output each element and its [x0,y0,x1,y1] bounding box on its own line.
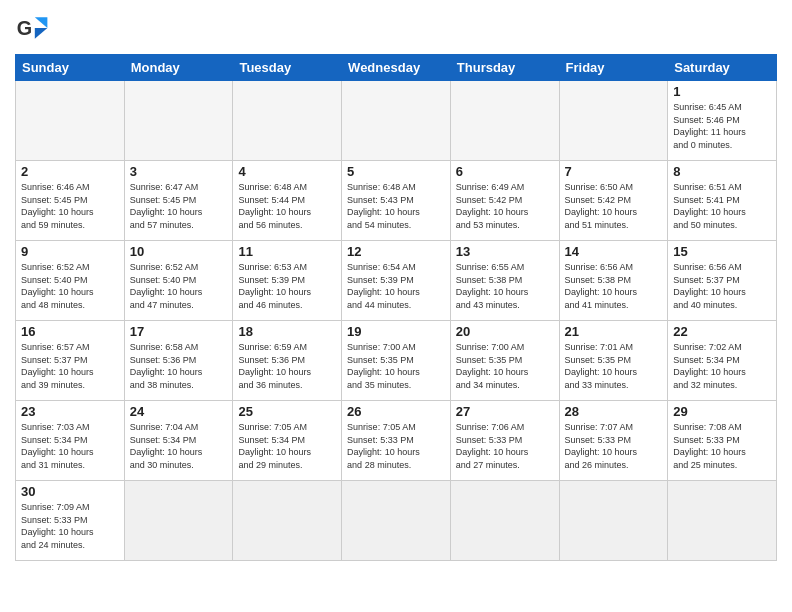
day-info: Sunrise: 6:58 AM Sunset: 5:36 PM Dayligh… [130,341,228,391]
day-number: 14 [565,244,663,259]
day-number: 25 [238,404,336,419]
svg-marker-2 [35,28,48,39]
day-info: Sunrise: 7:04 AM Sunset: 5:34 PM Dayligh… [130,421,228,471]
day-number: 5 [347,164,445,179]
calendar-cell: 23Sunrise: 7:03 AM Sunset: 5:34 PM Dayli… [16,401,125,481]
calendar-cell: 27Sunrise: 7:06 AM Sunset: 5:33 PM Dayli… [450,401,559,481]
day-info: Sunrise: 7:05 AM Sunset: 5:34 PM Dayligh… [238,421,336,471]
day-number: 7 [565,164,663,179]
col-header-wednesday: Wednesday [342,55,451,81]
calendar-cell: 11Sunrise: 6:53 AM Sunset: 5:39 PM Dayli… [233,241,342,321]
calendar-cell [342,481,451,561]
col-header-friday: Friday [559,55,668,81]
day-number: 15 [673,244,771,259]
calendar-cell [124,481,233,561]
day-number: 17 [130,324,228,339]
logo: G [15,10,55,46]
calendar-cell [233,481,342,561]
calendar-cell: 6Sunrise: 6:49 AM Sunset: 5:42 PM Daylig… [450,161,559,241]
day-info: Sunrise: 6:56 AM Sunset: 5:38 PM Dayligh… [565,261,663,311]
day-number: 28 [565,404,663,419]
calendar-cell: 19Sunrise: 7:00 AM Sunset: 5:35 PM Dayli… [342,321,451,401]
day-number: 12 [347,244,445,259]
calendar-cell: 10Sunrise: 6:52 AM Sunset: 5:40 PM Dayli… [124,241,233,321]
logo-icon: G [15,10,51,46]
day-info: Sunrise: 6:52 AM Sunset: 5:40 PM Dayligh… [130,261,228,311]
day-info: Sunrise: 6:48 AM Sunset: 5:43 PM Dayligh… [347,181,445,231]
calendar-cell [342,81,451,161]
day-number: 23 [21,404,119,419]
day-info: Sunrise: 6:51 AM Sunset: 5:41 PM Dayligh… [673,181,771,231]
calendar-cell: 20Sunrise: 7:00 AM Sunset: 5:35 PM Dayli… [450,321,559,401]
day-info: Sunrise: 6:55 AM Sunset: 5:38 PM Dayligh… [456,261,554,311]
day-info: Sunrise: 7:02 AM Sunset: 5:34 PM Dayligh… [673,341,771,391]
day-number: 2 [21,164,119,179]
day-info: Sunrise: 7:00 AM Sunset: 5:35 PM Dayligh… [347,341,445,391]
calendar-cell [233,81,342,161]
calendar-week-0: 1Sunrise: 6:45 AM Sunset: 5:46 PM Daylig… [16,81,777,161]
calendar-week-3: 16Sunrise: 6:57 AM Sunset: 5:37 PM Dayli… [16,321,777,401]
day-info: Sunrise: 6:48 AM Sunset: 5:44 PM Dayligh… [238,181,336,231]
svg-text:G: G [17,17,32,39]
day-number: 9 [21,244,119,259]
day-number: 24 [130,404,228,419]
day-number: 8 [673,164,771,179]
day-info: Sunrise: 7:05 AM Sunset: 5:33 PM Dayligh… [347,421,445,471]
calendar-week-4: 23Sunrise: 7:03 AM Sunset: 5:34 PM Dayli… [16,401,777,481]
calendar-cell [668,481,777,561]
calendar-cell [450,481,559,561]
day-number: 30 [21,484,119,499]
day-info: Sunrise: 7:07 AM Sunset: 5:33 PM Dayligh… [565,421,663,471]
day-info: Sunrise: 7:09 AM Sunset: 5:33 PM Dayligh… [21,501,119,551]
calendar-cell: 25Sunrise: 7:05 AM Sunset: 5:34 PM Dayli… [233,401,342,481]
col-header-monday: Monday [124,55,233,81]
calendar-cell: 24Sunrise: 7:04 AM Sunset: 5:34 PM Dayli… [124,401,233,481]
day-info: Sunrise: 6:59 AM Sunset: 5:36 PM Dayligh… [238,341,336,391]
day-number: 22 [673,324,771,339]
day-info: Sunrise: 7:06 AM Sunset: 5:33 PM Dayligh… [456,421,554,471]
col-header-saturday: Saturday [668,55,777,81]
calendar-cell: 12Sunrise: 6:54 AM Sunset: 5:39 PM Dayli… [342,241,451,321]
day-number: 1 [673,84,771,99]
calendar-cell [124,81,233,161]
day-number: 19 [347,324,445,339]
col-header-sunday: Sunday [16,55,125,81]
calendar-week-5: 30Sunrise: 7:09 AM Sunset: 5:33 PM Dayli… [16,481,777,561]
calendar-cell: 16Sunrise: 6:57 AM Sunset: 5:37 PM Dayli… [16,321,125,401]
calendar-cell [559,481,668,561]
calendar-cell: 17Sunrise: 6:58 AM Sunset: 5:36 PM Dayli… [124,321,233,401]
col-header-thursday: Thursday [450,55,559,81]
day-info: Sunrise: 6:56 AM Sunset: 5:37 PM Dayligh… [673,261,771,311]
day-info: Sunrise: 6:46 AM Sunset: 5:45 PM Dayligh… [21,181,119,231]
calendar-header-row: SundayMondayTuesdayWednesdayThursdayFrid… [16,55,777,81]
calendar-cell: 9Sunrise: 6:52 AM Sunset: 5:40 PM Daylig… [16,241,125,321]
day-number: 16 [21,324,119,339]
day-number: 6 [456,164,554,179]
calendar-cell: 1Sunrise: 6:45 AM Sunset: 5:46 PM Daylig… [668,81,777,161]
day-number: 21 [565,324,663,339]
calendar-cell [16,81,125,161]
day-number: 10 [130,244,228,259]
day-info: Sunrise: 6:49 AM Sunset: 5:42 PM Dayligh… [456,181,554,231]
calendar-cell: 4Sunrise: 6:48 AM Sunset: 5:44 PM Daylig… [233,161,342,241]
calendar-cell: 7Sunrise: 6:50 AM Sunset: 5:42 PM Daylig… [559,161,668,241]
day-number: 29 [673,404,771,419]
svg-marker-1 [35,17,48,28]
calendar-cell: 30Sunrise: 7:09 AM Sunset: 5:33 PM Dayli… [16,481,125,561]
day-number: 3 [130,164,228,179]
calendar-cell: 21Sunrise: 7:01 AM Sunset: 5:35 PM Dayli… [559,321,668,401]
day-info: Sunrise: 6:53 AM Sunset: 5:39 PM Dayligh… [238,261,336,311]
calendar-cell [450,81,559,161]
page: G SundayMondayTuesdayWednesdayThursdayFr… [0,0,792,571]
calendar-cell: 13Sunrise: 6:55 AM Sunset: 5:38 PM Dayli… [450,241,559,321]
day-info: Sunrise: 7:01 AM Sunset: 5:35 PM Dayligh… [565,341,663,391]
col-header-tuesday: Tuesday [233,55,342,81]
calendar-cell [559,81,668,161]
calendar-cell: 22Sunrise: 7:02 AM Sunset: 5:34 PM Dayli… [668,321,777,401]
day-info: Sunrise: 7:08 AM Sunset: 5:33 PM Dayligh… [673,421,771,471]
calendar-cell: 5Sunrise: 6:48 AM Sunset: 5:43 PM Daylig… [342,161,451,241]
day-info: Sunrise: 6:50 AM Sunset: 5:42 PM Dayligh… [565,181,663,231]
calendar-cell: 3Sunrise: 6:47 AM Sunset: 5:45 PM Daylig… [124,161,233,241]
day-info: Sunrise: 6:47 AM Sunset: 5:45 PM Dayligh… [130,181,228,231]
day-info: Sunrise: 7:00 AM Sunset: 5:35 PM Dayligh… [456,341,554,391]
